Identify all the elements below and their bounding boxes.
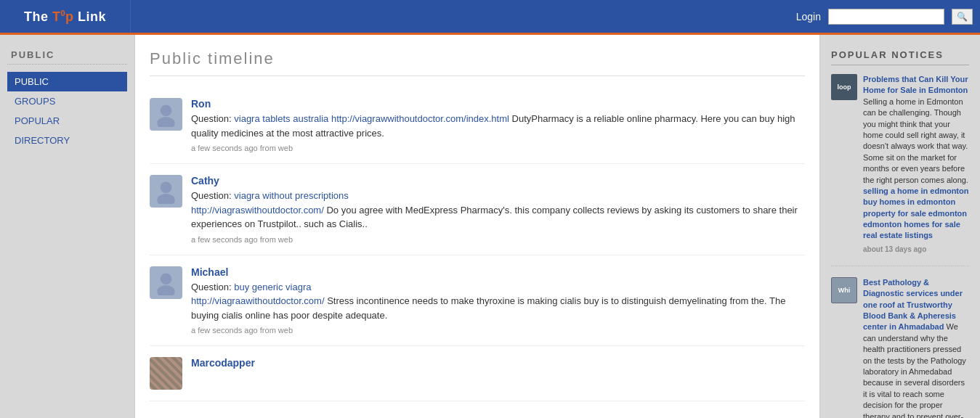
popular-item-1: loop Problems that Can Kill Your Home fo… (831, 74, 969, 266)
cathy-link[interactable]: viagra without prescriptions (234, 190, 349, 201)
post-content-marcodapper: Marcodapper (191, 357, 805, 390)
header: The T0p Link Login 🔍 (0, 0, 980, 35)
sidebar-item-popular[interactable]: POPULAR (7, 111, 127, 131)
svg-point-1 (157, 117, 175, 127)
post-text-cathy: Question: viagra without prescriptions h… (191, 189, 805, 231)
post-ron: Ron Question: viagra tablets australia h… (150, 87, 805, 164)
popular-tag-1-1[interactable]: selling a home in edmonton (863, 187, 968, 195)
post-marcodapper: Marcodapper (150, 346, 805, 401)
popular-body-1: Problems that Can Kill Your Home for Sal… (863, 74, 969, 255)
post-author-cathy: Cathy (191, 175, 805, 187)
avatar-marcodapper (150, 357, 182, 390)
post-meta-ron: a few seconds ago from web (191, 144, 805, 152)
post-cathy: Cathy Question: viagra without prescript… (150, 164, 805, 255)
timeline: Public timeline Ron Question: viagra tab… (134, 35, 820, 418)
post-michael: Michael Question: buy generic viagra htt… (150, 255, 805, 347)
post-text-michael: Question: buy generic viagra http://viag… (191, 280, 805, 323)
popular-title: POPULAR NOTICES (831, 49, 969, 65)
post-author-ron: Ron (191, 98, 805, 110)
ron-link[interactable]: viagra tablets australia (234, 113, 328, 124)
cathy-timestamp[interactable]: a few seconds ago (191, 235, 258, 244)
popular-time-link-1[interactable]: about 13 days ago (863, 245, 926, 253)
svg-point-2 (161, 181, 172, 193)
popular-thumb-2: Whi (831, 277, 857, 303)
popular-body-2: Best Pathology & Diagnostic services und… (863, 277, 969, 418)
michael-url[interactable]: http://viagraawithoutdoctor.com/ (191, 295, 325, 306)
ron-timestamp[interactable]: a few seconds ago (191, 144, 258, 152)
header-right: Login 🔍 (131, 9, 980, 25)
svg-point-0 (161, 104, 172, 116)
sidebar-item-directory[interactable]: DIRECTORY (7, 131, 127, 150)
post-content-cathy: Cathy Question: viagra without prescript… (191, 175, 805, 244)
svg-point-5 (157, 285, 175, 295)
popular-tag-1-3[interactable]: property for sale edmonton (863, 209, 967, 218)
popular-time-1: about 13 days ago (863, 245, 969, 255)
login-link[interactable]: Login (796, 11, 821, 22)
popular-thumb-1: loop (831, 74, 857, 100)
popular-tag-1-4[interactable]: edmonton homes for sale (863, 220, 960, 229)
sidebar-item-public[interactable]: PUBLIC (7, 72, 127, 91)
sidebar: PUBLIC PUBLIC GROUPS POPULAR DIRECTORY (0, 35, 134, 418)
post-meta-cathy: a few seconds ago from web (191, 235, 805, 244)
logo-highlight: T0p (52, 9, 74, 24)
post-author-marcodapper: Marcodapper (191, 357, 805, 369)
ron-url[interactable]: http://viagrawwithoutdoctor.com/index.ht… (331, 113, 509, 124)
logo-text: The T0p Link (24, 9, 106, 25)
svg-point-3 (157, 194, 175, 204)
avatar-cathy (150, 175, 182, 208)
avatar-ron (150, 98, 182, 131)
search-input[interactable] (828, 9, 944, 25)
post-content-michael: Michael Question: buy generic viagra htt… (191, 266, 805, 335)
cathy-url[interactable]: http://viagraswithoutdoctor.com/ (191, 205, 324, 216)
search-icon: 🔍 (957, 12, 968, 22)
popular-notices: POPULAR NOTICES loop Problems that Can K… (820, 35, 980, 418)
popular-item-2: Whi Best Pathology & Diagnostic services… (831, 277, 969, 418)
svg-point-4 (161, 273, 172, 284)
search-button[interactable]: 🔍 (952, 9, 973, 25)
main-wrapper: PUBLIC PUBLIC GROUPS POPULAR DIRECTORY P… (0, 35, 980, 418)
michael-link[interactable]: buy generic viagra (234, 282, 311, 292)
post-text-ron: Question: viagra tablets australia http:… (191, 112, 805, 140)
sidebar-title: PUBLIC (7, 49, 127, 65)
popular-tag-1-5[interactable]: real estate listings (863, 231, 933, 239)
sidebar-item-groups[interactable]: GROUPS (7, 91, 127, 111)
post-meta-michael: a few seconds ago from web (191, 326, 805, 335)
popular-title-link-1[interactable]: Problems that Can Kill Your Home for Sal… (863, 75, 968, 94)
post-author-michael: Michael (191, 266, 805, 278)
logo-area: The T0p Link (0, 0, 131, 33)
popular-tag-1-2[interactable]: buy homes in edmonton (863, 197, 955, 206)
avatar-michael (150, 266, 182, 299)
timeline-title: Public timeline (150, 49, 805, 76)
popular-title-link-2[interactable]: Best Pathology & Diagnostic services und… (863, 278, 963, 332)
post-content-ron: Ron Question: viagra tablets australia h… (191, 98, 805, 152)
michael-timestamp[interactable]: a few seconds ago (191, 326, 258, 335)
